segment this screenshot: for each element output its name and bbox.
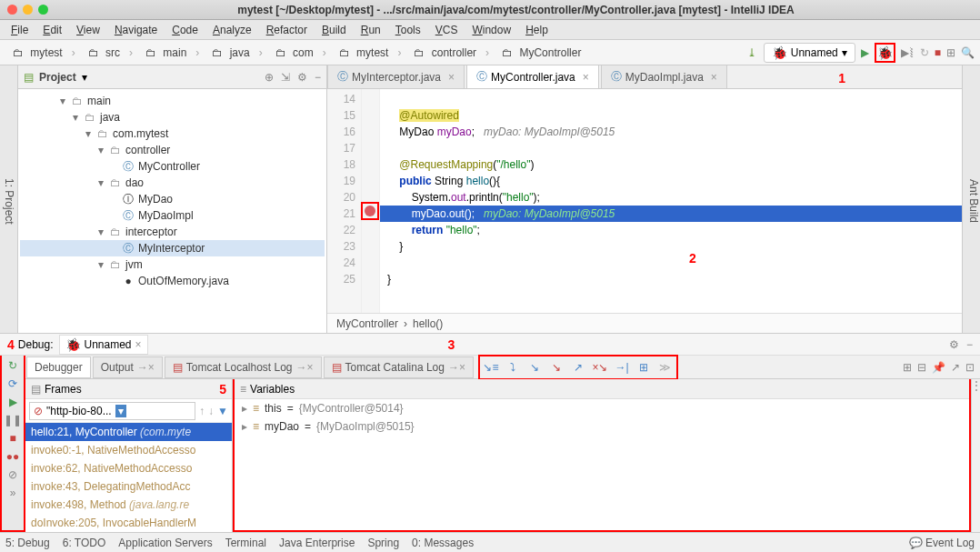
debug-config-tab[interactable]: 🐞 Unnamed ×: [59, 335, 148, 355]
tool-window-applicationservers[interactable]: Application Servers: [118, 537, 212, 549]
tree-node[interactable]: ▾🗀com.mytest: [20, 125, 325, 142]
tree-node[interactable]: ▾🗀interceptor: [20, 224, 325, 240]
frame-row[interactable]: doInvoke:205, InvocableHandlerM: [25, 514, 232, 532]
menu-navigate[interactable]: Navigate: [109, 22, 163, 38]
force-step-into-button[interactable]: ↘: [547, 358, 565, 376]
tool-tab-antbuild[interactable]: Ant Build: [967, 179, 980, 223]
code-text[interactable]: @Autowired MyDao myDao; myDao: MyDaoImpl…: [380, 89, 962, 313]
scroll-from-source-icon[interactable]: ⊕: [265, 71, 274, 84]
menu-analyze[interactable]: Analyze: [207, 22, 257, 38]
watches-collapsed[interactable]: ⋮: [971, 379, 980, 532]
menu-refactor[interactable]: Refactor: [261, 22, 313, 38]
close-icon[interactable]: ×: [448, 71, 455, 84]
editor-tab[interactable]: ⒸMyInterceptor.java×: [327, 65, 465, 88]
debug-tab-tomcat-catalina-log[interactable]: ▤ Tomcat Catalina Log →×: [324, 356, 474, 378]
tool-window-messages[interactable]: 0: Messages: [412, 537, 474, 549]
resume-icon[interactable]: ▶: [9, 396, 17, 408]
run-button[interactable]: ▶: [861, 46, 869, 59]
gear-icon[interactable]: ⚙: [949, 338, 959, 351]
frame-row[interactable]: invoke:498, Method (java.lang.re: [25, 496, 232, 514]
frame-row[interactable]: hello:21, MyController (com.myte: [25, 423, 232, 441]
tree-node[interactable]: ⒸMyDaoImpl: [20, 207, 325, 224]
debug-button[interactable]: 🐞: [875, 43, 895, 63]
crumb-class[interactable]: MyController: [336, 317, 398, 330]
close-icon[interactable]: ×: [583, 71, 589, 84]
evaluate-button[interactable]: ⊞: [635, 358, 653, 376]
menu-edit[interactable]: Edit: [37, 22, 67, 38]
update-icon[interactable]: ⟳: [8, 377, 17, 390]
close-icon[interactable]: ×: [711, 71, 717, 84]
layout-icon[interactable]: ⊞: [903, 361, 912, 374]
frame-row[interactable]: invoke:62, NativeMethodAccesso: [25, 459, 232, 477]
layout-icon[interactable]: ⊞: [946, 46, 955, 59]
pause-icon[interactable]: ❚❚: [4, 414, 22, 427]
crumb-item[interactable]: 🗀 mytest: [5, 45, 66, 61]
next-frame-icon[interactable]: ↓: [208, 405, 214, 417]
crumb-item[interactable]: 🗀 main: [138, 45, 190, 61]
tree-node[interactable]: ●OutOfMemory.java: [20, 273, 325, 289]
coverage-button[interactable]: ▶⦚: [901, 46, 915, 59]
rerun-button[interactable]: ↻: [920, 46, 929, 59]
tool-window-terminal[interactable]: Terminal: [225, 537, 266, 549]
crumb-item[interactable]: 🗀 com: [268, 45, 317, 61]
tree-node[interactable]: ⒸMyController: [20, 158, 325, 175]
code-breadcrumb[interactable]: MyController › hello(): [327, 313, 962, 333]
frames-list[interactable]: hello:21, MyController (com.myteinvoke0:…: [25, 423, 232, 532]
crumb-method[interactable]: hello(): [413, 317, 443, 330]
frame-row[interactable]: invoke:43, DelegatingMethodAcc: [25, 477, 232, 496]
thread-selector[interactable]: ⊘ "http-bio-80... ▾: [29, 402, 195, 420]
crumb-item[interactable]: 🗀 java: [205, 45, 253, 61]
run-config-selector[interactable]: 🐞 Unnamed ▾: [764, 43, 855, 63]
editor-tab[interactable]: ⒸMyDaoImpl.java×: [601, 65, 727, 88]
line-numbers[interactable]: 141516171819202122232425: [327, 89, 362, 313]
breakpoint-icon[interactable]: [365, 206, 375, 216]
menu-tools[interactable]: Tools: [390, 22, 426, 38]
drop-frame-button[interactable]: ×↘: [591, 358, 609, 376]
menu-view[interactable]: View: [71, 22, 105, 38]
search-icon[interactable]: 🔍: [961, 46, 975, 59]
run-to-cursor-button[interactable]: →|: [613, 358, 631, 376]
project-tree[interactable]: ▾🗀main▾🗀java▾🗀com.mytest▾🗀controllerⒸMyC…: [18, 89, 326, 293]
debug-tab-output[interactable]: Output →×: [93, 356, 163, 378]
tree-node[interactable]: ⒸMyInterceptor: [20, 240, 325, 256]
trace-button[interactable]: ≫: [656, 358, 675, 376]
dropdown-icon[interactable]: ▾: [82, 71, 87, 84]
build-icon[interactable]: ⤓: [745, 46, 758, 59]
more-icon[interactable]: »: [10, 487, 16, 499]
collapse-icon[interactable]: ⇲: [281, 71, 290, 84]
step-over-button[interactable]: ⤵: [504, 358, 522, 376]
debug-tab-debugger[interactable]: Debugger: [26, 356, 91, 378]
tool-window-todo[interactable]: 6: TODO: [63, 537, 106, 549]
stop-icon[interactable]: ■: [9, 432, 15, 445]
pin-icon[interactable]: 📌: [932, 361, 945, 374]
settings-icon[interactable]: ⊡: [965, 361, 975, 374]
variable-row[interactable]: ▸ ≡ this = {MyController@5014}: [235, 399, 969, 417]
frame-row[interactable]: invoke0:-1, NativeMethodAccesso: [25, 441, 232, 459]
export-icon[interactable]: ↗: [951, 361, 960, 374]
tree-node[interactable]: ▾🗀dao: [20, 175, 325, 191]
editor-tab[interactable]: ⒸMyController.java×: [466, 65, 599, 88]
hide-icon[interactable]: −: [966, 338, 973, 351]
tree-node[interactable]: ▾🗀controller: [20, 142, 325, 158]
maximize-window-button[interactable]: [38, 5, 48, 15]
gear-icon[interactable]: ⚙: [297, 71, 307, 84]
tool-window-debug[interactable]: 5: Debug: [5, 537, 50, 549]
close-icon[interactable]: ×: [135, 338, 142, 351]
menu-code[interactable]: Code: [166, 22, 204, 38]
variable-row[interactable]: ▸ ≡ myDao = {MyDaoImpl@5015}: [235, 417, 969, 436]
tree-node[interactable]: ▾🗀java: [20, 109, 325, 125]
gutter[interactable]: [362, 89, 380, 313]
restore-icon[interactable]: ⊟: [917, 361, 926, 374]
tool-window-spring[interactable]: Spring: [367, 537, 399, 549]
crumb-item[interactable]: 🗀 controller: [406, 45, 480, 61]
crumb-item[interactable]: 🗀 MyController: [495, 45, 585, 61]
menu-vcs[interactable]: VCS: [430, 22, 464, 38]
tree-node[interactable]: ▾🗀main: [20, 93, 325, 109]
breakpoints-icon[interactable]: ●●: [6, 450, 20, 463]
tree-node[interactable]: ▾🗀jvm: [20, 256, 325, 273]
minimize-window-button[interactable]: [23, 5, 33, 15]
menu-run[interactable]: Run: [355, 22, 386, 38]
rerun-icon[interactable]: ↻: [8, 359, 17, 372]
crumb-item[interactable]: 🗀 mytest: [332, 45, 393, 61]
mute-bp-icon[interactable]: ⊘: [8, 468, 17, 481]
